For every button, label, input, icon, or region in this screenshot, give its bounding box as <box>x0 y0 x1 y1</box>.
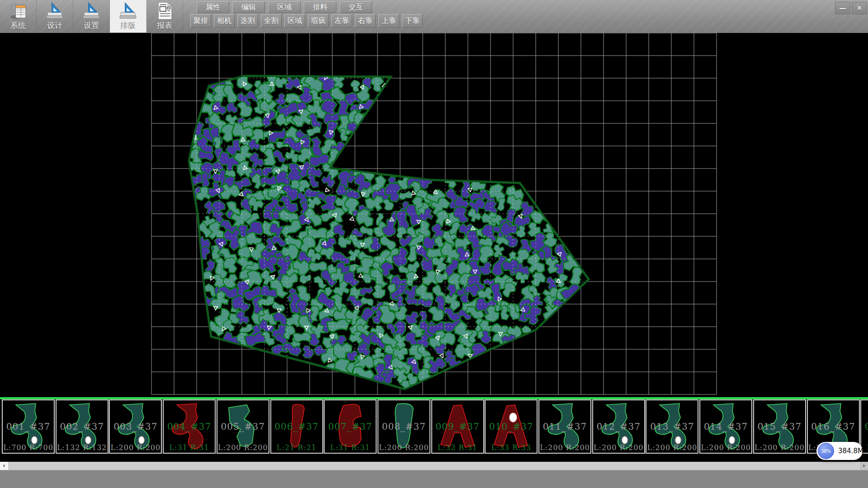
menu-button-3[interactable]: 区域 <box>268 1 301 13</box>
part-thumbnail[interactable]: 006_#37L:21 R:21 <box>270 399 323 454</box>
action-button-6[interactable]: 瑕疵 <box>308 14 329 28</box>
part-name: 007_#37 <box>325 421 376 432</box>
part-lr-count: L:200 R:200 <box>700 443 751 452</box>
action-button-1[interactable]: 聚排 <box>190 14 211 28</box>
status-bar <box>0 470 868 488</box>
part-lr-count: L:32 R:31 <box>432 443 483 452</box>
nested-pieces <box>183 70 585 396</box>
part-name: 005_#37 <box>217 421 269 432</box>
part-name: 017_#37 <box>861 421 868 432</box>
part-name: 015_#37 <box>754 421 805 432</box>
tab-settings-label: 设置 <box>84 21 99 30</box>
part-thumbnail[interactable]: 004_#37L:31 R:31 <box>163 399 216 454</box>
part-lr-count: L:200 R:200 <box>646 443 698 452</box>
part-lr-count: L:21 R:21 <box>271 443 322 452</box>
close-button[interactable]: ✕ <box>852 2 867 14</box>
part-lr-count: L:31 R:31 <box>164 443 215 452</box>
part-thumbnail[interactable]: 008_#37L:200 R:200 <box>377 399 430 454</box>
settings-ruler-icon <box>81 0 102 21</box>
part-name: 001_#37 <box>3 421 54 432</box>
part-lr-count: L:31 R:31 <box>325 443 376 452</box>
part-name: 004_#37 <box>164 421 215 432</box>
menu-button-4[interactable]: 排料 <box>304 1 336 13</box>
window-controls: — ✕ <box>835 2 867 14</box>
action-button-9[interactable]: 上靠 <box>378 14 399 28</box>
action-button-10[interactable]: 下靠 <box>402 14 423 28</box>
part-lr-count: L:200 R:200 <box>217 443 269 452</box>
part-thumbnail[interactable]: 015_#37L:200 R:200 <box>753 399 806 454</box>
nest-layout-svg <box>0 33 868 397</box>
minimize-button[interactable]: — <box>835 2 850 14</box>
part-name: 016_#37 <box>808 421 859 432</box>
menu-button-5[interactable]: 交互 <box>340 1 372 13</box>
action-button-2[interactable]: 相机 <box>214 14 235 28</box>
part-thumbnail[interactable]: 012_#37L:200 R:200 <box>592 399 645 454</box>
action-button-5[interactable]: 区域 <box>284 14 305 28</box>
part-thumbnail[interactable]: 011_#37L:200 R:200 <box>538 399 591 454</box>
part-lr-count: L:200 R:200 <box>593 443 644 452</box>
part-thumbnail[interactable]: 014_#37L:200 R:200 <box>699 399 752 454</box>
tab-report[interactable]: 报表 <box>146 0 183 33</box>
part-thumbnail[interactable]: 009_#37L:32 R:31 <box>431 399 484 454</box>
action-button-8[interactable]: 右靠 <box>355 14 376 28</box>
status-badge: 38% 384.8M <box>816 442 863 460</box>
part-name: 012_#37 <box>593 421 644 432</box>
tab-design[interactable]: 设计 <box>37 0 73 33</box>
main-tab-dock: 系统 设计 设置 <box>0 0 183 33</box>
part-thumbnail[interactable]: 017_#37L:21 R:21 <box>860 399 868 454</box>
nesting-app-window: 系统 设计 设置 <box>0 0 868 488</box>
tab-nesting[interactable]: 排版 <box>110 0 146 33</box>
part-thumbnail[interactable]: 007_#37L:31 R:31 <box>324 399 377 454</box>
scroll-right-button[interactable]: › <box>860 462 868 470</box>
part-name: 010_#37 <box>486 421 537 432</box>
part-name: 006_#37 <box>271 421 322 432</box>
part-lr-count: L:33 R:33 <box>486 443 537 452</box>
memory-usage: 384.8M <box>838 447 863 455</box>
part-lr-count: L:200 R:200 <box>754 443 805 452</box>
action-button-3[interactable]: 选割 <box>237 14 258 28</box>
tab-design-label: 设计 <box>47 21 62 30</box>
part-thumbnail[interactable]: 002_#37L:132 R:132 <box>56 399 108 454</box>
part-thumbnail[interactable]: 001_#37L:700 R:700 <box>2 399 55 454</box>
action-button-7[interactable]: 左靠 <box>331 14 352 28</box>
part-lr-count: L:200 R:200 <box>378 443 429 452</box>
part-thumbnail[interactable]: 010_#37L:33 R:33 <box>485 399 538 454</box>
part-thumbnail[interactable]: 013_#37L:200 R:200 <box>646 399 698 454</box>
nesting-canvas[interactable] <box>0 33 868 397</box>
progress-circle: 38% <box>818 443 834 459</box>
action-button-4[interactable]: 全割 <box>261 14 282 28</box>
part-thumbnail[interactable]: 003_#37L:200 R:200 <box>109 399 162 454</box>
part-name: 014_#37 <box>700 421 751 432</box>
action-row: 聚排相机选割全割区域瑕疵左靠右靠上靠下靠 <box>190 14 423 28</box>
horizontal-scrollbar[interactable]: ‹ › <box>0 462 868 470</box>
part-thumbnail[interactable]: 005_#37L:200 R:200 <box>217 399 269 454</box>
menu-button-1[interactable]: 属性 <box>197 1 229 13</box>
design-ruler-icon <box>44 0 65 21</box>
toolbar: 系统 设计 设置 <box>0 0 868 33</box>
tab-report-label: 报表 <box>157 21 172 30</box>
part-thumbnail-strip: 001_#37L:700 R:700002_#37L:132 R:132003_… <box>0 399 868 455</box>
part-name: 013_#37 <box>646 421 698 432</box>
part-lr-count: L:200 R:200 <box>110 443 161 452</box>
tab-settings[interactable]: 设置 <box>73 0 110 33</box>
part-lr-count: L:700 R:700 <box>3 443 54 452</box>
nesting-ruler-icon <box>118 0 138 21</box>
menu-button-2[interactable]: 编辑 <box>232 1 265 13</box>
tab-system[interactable]: 系统 <box>0 0 37 33</box>
tab-system-label: 系统 <box>10 21 26 30</box>
part-name: 009_#37 <box>432 421 483 432</box>
report-doc-icon <box>154 0 175 21</box>
part-name: 003_#37 <box>110 421 161 432</box>
system-gear-icon <box>8 0 28 21</box>
part-name: 008_#37 <box>378 421 429 432</box>
part-name: 002_#37 <box>57 421 108 432</box>
tab-nesting-label: 排版 <box>120 21 136 30</box>
menu-row: 属性编辑区域排料交互 <box>197 1 372 13</box>
part-name: 011_#37 <box>539 421 590 432</box>
scroll-left-button[interactable]: ‹ <box>0 462 8 470</box>
part-lr-count: L:132 R:132 <box>57 443 108 452</box>
part-lr-count: L:200 R:200 <box>539 443 590 452</box>
